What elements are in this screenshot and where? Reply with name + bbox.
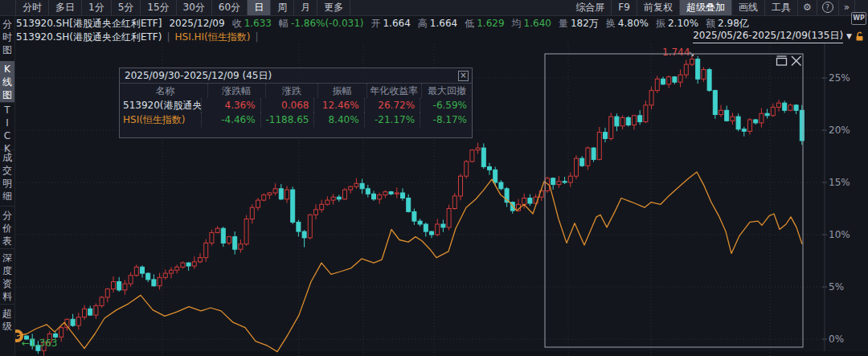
candle-body xyxy=(186,263,190,266)
period-tab-月[interactable]: 月 xyxy=(294,0,317,15)
candle-body xyxy=(788,105,792,111)
candle-body xyxy=(54,334,58,338)
candle-body xyxy=(94,305,98,315)
candle-body xyxy=(661,79,665,84)
date-range-text[interactable]: 2025/05/26-2025/12/09(135日) xyxy=(693,29,843,43)
period-tab-30分[interactable]: 30分 xyxy=(177,0,212,15)
candle-body xyxy=(760,113,764,123)
candle-body xyxy=(771,107,775,115)
quote-field-label: 额 xyxy=(706,18,715,29)
candle-body xyxy=(227,237,231,243)
candle-body xyxy=(626,117,630,125)
quote-field-收: 收1.633 xyxy=(232,17,272,31)
quote-field-幅: 幅-1.86%(-0.031) xyxy=(279,17,364,31)
candle-body xyxy=(765,113,769,116)
sidebar-item-分价表[interactable]: 分 价 表 xyxy=(0,207,14,249)
popup-title: 2025/09/30-2025/12/09 (45日) × xyxy=(120,68,472,84)
quote-field-value: 1.629 xyxy=(477,18,504,29)
candle-body xyxy=(452,196,457,209)
quote-fields: 收1.633幅-1.86%(-0.031)开1.664高1.664低1.629均… xyxy=(232,17,749,31)
period-tab-日[interactable]: 日 xyxy=(248,0,271,15)
candle-body xyxy=(476,148,480,150)
candle-body xyxy=(725,110,729,121)
quote-field-均: 均1.640 xyxy=(512,17,551,31)
comparison-popup[interactable]: 2025/09/30-2025/12/09 (45日) × 名称涨跌幅涨跌振幅年… xyxy=(119,68,473,138)
sidebar-item-超级[interactable]: 超 级 xyxy=(0,305,14,356)
wp-badge[interactable]: WP xyxy=(851,12,866,25)
candle-body xyxy=(59,328,63,338)
candle-body xyxy=(696,59,700,80)
period-tab-更多[interactable]: 更多 xyxy=(317,0,350,15)
kline-chart[interactable]: 25%20%15%10%5%0%←1.3631.744↘ xyxy=(0,0,868,356)
chevron-down-icon[interactable]: ▼ xyxy=(846,32,852,40)
primary-series-label: 513920.SH(港股通央企红利ETF) xyxy=(16,31,162,44)
tool-tab-综合屏[interactable]: 综合屏 xyxy=(569,0,612,15)
sidebar-item-深度资料[interactable]: 深 度 资 料 xyxy=(0,250,14,305)
candle-body xyxy=(568,176,572,182)
candle-body xyxy=(83,309,87,317)
candle-body xyxy=(777,103,781,107)
popup-cell: 8.40% xyxy=(313,113,363,127)
tool-tab-工具[interactable]: 工具 xyxy=(765,0,798,15)
quote-field-label: 换 xyxy=(606,18,616,29)
quote-field-label: 幅 xyxy=(279,18,289,29)
sidebar-item-K线图[interactable]: K 线 图 xyxy=(0,61,14,103)
candle-body xyxy=(273,189,277,193)
period-tab-60分[interactable]: 60分 xyxy=(212,0,248,15)
candle-body xyxy=(378,195,382,199)
candle-body xyxy=(609,117,613,138)
candle-body xyxy=(395,193,399,194)
candle-body xyxy=(563,182,567,182)
candle-body xyxy=(794,105,798,111)
tool-tab-前复权[interactable]: 前复权 xyxy=(637,0,680,15)
quote-field-振: 振2.10% xyxy=(656,17,698,31)
candle-body xyxy=(673,77,677,83)
candle-body xyxy=(783,103,787,110)
candle-body xyxy=(71,319,75,325)
tool-tab-group: 综合屏F9前复权超级叠加画线工具⚙?» xyxy=(569,0,855,15)
quote-field-value: -1.86%(-0.031) xyxy=(291,18,364,29)
candle-body xyxy=(465,162,469,176)
unlock-icon[interactable] xyxy=(855,31,865,42)
zoom-selection-box[interactable] xyxy=(545,54,803,347)
close-icon[interactable]: × xyxy=(458,71,469,81)
candle-body xyxy=(331,197,335,200)
date-range-selector[interactable]: 2025/05/26-2025/12/09(135日) ▼ xyxy=(693,29,865,43)
sidebar-item-TICK[interactable]: T I C K xyxy=(0,102,14,150)
period-tab-分时[interactable]: 分时 xyxy=(16,0,49,15)
popup-col-header: 最大回撤 xyxy=(421,84,472,98)
secondary-series-label[interactable]: HSI.HI(恒生指数) xyxy=(175,31,251,44)
candle-body xyxy=(742,129,746,132)
candle-body xyxy=(134,267,138,275)
candle-body xyxy=(644,105,648,122)
candle-body xyxy=(620,117,624,125)
sidebar-item-成交明细[interactable]: 成 交 明 细 xyxy=(0,149,14,207)
tool-tab-F9[interactable]: F9 xyxy=(612,0,637,15)
candle-body xyxy=(401,193,405,198)
candle-body xyxy=(326,200,330,204)
tool-tab-画线[interactable]: 画线 xyxy=(732,0,765,15)
candle-body xyxy=(690,59,694,65)
gear-icon[interactable]: ⚙ xyxy=(798,0,817,15)
candle-body xyxy=(129,276,133,284)
candle-body xyxy=(678,75,682,82)
tool-tab-超级叠加[interactable]: 超级叠加 xyxy=(680,0,732,15)
candle-body xyxy=(407,198,411,212)
period-tab-1分[interactable]: 1分 xyxy=(82,0,112,15)
period-tab-15分[interactable]: 15分 xyxy=(141,0,176,15)
sidebar-item-分时图[interactable]: 分 时 图 xyxy=(0,16,14,62)
help-icon[interactable]: ? xyxy=(817,0,839,15)
restore-window-icon[interactable] xyxy=(777,59,787,66)
period-tab-周[interactable]: 周 xyxy=(271,0,294,15)
period-tab-多日[interactable]: 多日 xyxy=(49,0,82,15)
candle-body xyxy=(349,186,353,190)
candle-body xyxy=(354,183,358,186)
popup-cell: -8.17% xyxy=(420,113,472,127)
period-tab-5分[interactable]: 5分 xyxy=(112,0,141,15)
candle-body xyxy=(633,116,637,125)
candle-body xyxy=(291,190,295,222)
popup-table-row: HSI(恒生指数)-4.46%-1188.658.40%-21.17%-8.17… xyxy=(120,113,472,127)
candle-body xyxy=(528,198,532,204)
candle-body xyxy=(580,158,584,166)
quote-field-label: 振 xyxy=(656,18,665,29)
